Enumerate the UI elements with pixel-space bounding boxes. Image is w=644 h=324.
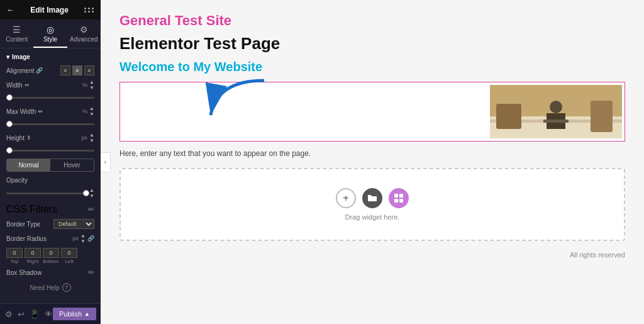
help-icon[interactable]: ? xyxy=(62,283,71,292)
br-left-input[interactable] xyxy=(61,248,77,258)
opacity-slider-row: ▲ ▼ xyxy=(6,187,94,199)
br-left-group: Left xyxy=(61,248,77,264)
opacity-slider[interactable] xyxy=(6,190,87,196)
tab-content-label: Content xyxy=(6,36,28,43)
alignment-link-icon: 🔗 xyxy=(36,67,43,74)
back-icon[interactable]: ← xyxy=(6,5,14,14)
drop-zone[interactable]: + Drag widget here. xyxy=(119,168,625,241)
image-widget[interactable] xyxy=(119,82,625,142)
br-right-label: Right xyxy=(27,259,39,264)
tab-content[interactable]: ☰ Content xyxy=(0,20,33,48)
box-shadow-row: Box Shadow ✏ xyxy=(6,268,94,277)
align-left-btn[interactable]: ≡ xyxy=(60,65,70,75)
br-bottom-label: Bottom xyxy=(43,259,58,264)
style-icon: ◎ xyxy=(47,25,54,35)
border-type-select[interactable]: Default None Solid Dashed xyxy=(53,219,94,229)
align-right-btn[interactable]: ≡ xyxy=(84,65,94,75)
br-left-label: Left xyxy=(65,259,73,264)
height-track xyxy=(6,150,94,152)
width-icon: ⇔ xyxy=(25,82,30,88)
br-right-input[interactable] xyxy=(25,248,41,258)
width-controls: % ▲ ▼ xyxy=(82,79,94,91)
max-width-thumb[interactable] xyxy=(6,121,13,127)
max-width-unit: % xyxy=(82,108,87,115)
max-width-text: Max Width xyxy=(6,108,36,115)
width-down[interactable]: ▼ xyxy=(89,85,94,91)
image-description-text: Here, enter any text that you want to ap… xyxy=(119,149,625,158)
tab-style[interactable]: ◎ Style xyxy=(33,20,67,48)
align-center-btn[interactable]: ≡ xyxy=(72,65,82,75)
max-width-row: Max Width ⇔ % ▲ ▼ xyxy=(6,106,94,117)
opacity-row: Opacity xyxy=(6,177,94,184)
width-slider-row xyxy=(6,94,94,101)
main-content: General Test Site Elementor Test Page We… xyxy=(101,0,644,324)
width-slider-container xyxy=(6,94,94,101)
max-width-label: Max Width ⇔ xyxy=(6,108,44,115)
panel-body: Image Alignment 🔗 ≡ ≡ ≡ Width ⇔ % ▲ xyxy=(0,48,101,324)
css-filters-row: CSS Filters ✏ xyxy=(6,204,94,215)
border-radius-row: Border Radius px ▲ ▼ 🔗 Top Right xyxy=(6,233,94,264)
settings-bottom-icon[interactable]: ⚙ xyxy=(5,310,13,319)
max-width-up[interactable]: ▲ xyxy=(89,106,94,111)
br-top-group: Top xyxy=(6,248,23,264)
welcome-heading: Welcome to My Website xyxy=(119,60,625,74)
width-track xyxy=(6,97,94,99)
publish-label: Publish xyxy=(59,310,82,318)
panel-collapse-arrow[interactable]: ‹ xyxy=(101,152,111,172)
opacity-thumb[interactable] xyxy=(83,190,89,196)
drop-zone-icons: + xyxy=(336,188,409,208)
width-thumb[interactable] xyxy=(6,94,13,101)
opacity-up[interactable]: ▲ xyxy=(89,187,94,193)
panel-title: Edit Image xyxy=(14,6,84,14)
add-widget-icon[interactable]: + xyxy=(336,188,356,208)
footer-text: All rights reserved xyxy=(119,251,625,259)
width-up[interactable]: ▲ xyxy=(89,79,94,85)
height-down[interactable]: ▼ xyxy=(89,138,94,143)
tab-advanced[interactable]: ⚙ Advanced xyxy=(67,20,101,48)
br-right-group: Right xyxy=(25,248,41,264)
menu-icon[interactable] xyxy=(84,8,94,13)
br-down[interactable]: ▼ xyxy=(80,238,86,244)
normal-hover-toggle: Normal Hover xyxy=(6,159,94,172)
folder-svg xyxy=(367,194,377,203)
advanced-icon: ⚙ xyxy=(80,25,88,35)
opacity-track xyxy=(6,193,87,194)
box-shadow-label: Box Shadow xyxy=(6,269,42,276)
height-thumb[interactable] xyxy=(6,147,13,154)
alignment-controls[interactable]: ≡ ≡ ≡ xyxy=(60,65,94,75)
height-text: Height xyxy=(6,135,25,142)
br-top-input[interactable] xyxy=(6,248,23,258)
height-controls: px ▲ ▼ xyxy=(82,132,94,143)
responsive-icon[interactable]: 📱 xyxy=(30,310,40,319)
css-filters-edit-btn[interactable]: ✏ xyxy=(88,205,94,214)
bedroom-svg xyxy=(490,85,622,138)
normal-btn[interactable]: Normal xyxy=(7,159,50,171)
max-width-down[interactable]: ▼ xyxy=(89,111,94,117)
need-help-text: Need Help xyxy=(30,284,59,291)
height-up[interactable]: ▲ xyxy=(89,132,94,138)
publish-chevron: ▲ xyxy=(84,311,90,317)
width-slider[interactable] xyxy=(6,94,94,101)
svg-point-5 xyxy=(550,101,562,113)
opacity-down[interactable]: ▼ xyxy=(89,193,94,199)
height-row: Height ⇕ px ▲ ▼ xyxy=(6,132,94,143)
content-icon: ☰ xyxy=(13,25,21,35)
publish-button[interactable]: Publish ▲ xyxy=(53,308,96,320)
widget-grid-icon[interactable] xyxy=(389,188,409,208)
tabs-row: ☰ Content ◎ Style ⚙ Advanced xyxy=(0,20,101,48)
need-help-row: Need Help ? xyxy=(6,283,94,292)
box-shadow-edit-btn[interactable]: ✏ xyxy=(88,268,94,277)
eye-icon[interactable]: 👁 xyxy=(45,310,53,319)
widget-folder-icon[interactable] xyxy=(362,188,382,208)
br-up[interactable]: ▲ xyxy=(80,233,86,238)
svg-rect-3 xyxy=(496,104,521,129)
history-icon[interactable]: ↩ xyxy=(18,310,25,319)
max-width-slider[interactable] xyxy=(6,121,94,127)
border-radius-unit: px xyxy=(73,235,79,242)
border-radius-inputs: Top Right Bottom Left xyxy=(6,248,94,264)
br-bottom-input[interactable] xyxy=(43,248,59,258)
tab-advanced-label: Advanced xyxy=(70,36,97,43)
hover-btn[interactable]: Hover xyxy=(50,159,94,171)
css-filters-label: CSS Filters xyxy=(6,204,57,215)
height-slider[interactable] xyxy=(6,147,94,154)
